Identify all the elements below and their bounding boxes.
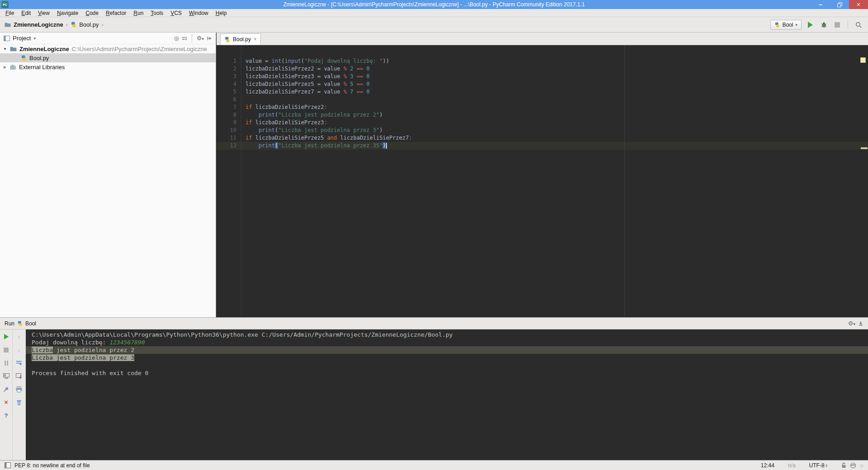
run-console[interactable]: C:\Users\Admin\AppData\Local\Programs\Py… (26, 329, 868, 460)
menu-file[interactable]: File (2, 9, 18, 17)
breadcrumb-project[interactable]: ZmienneLogiczne (14, 21, 63, 28)
rerun-button[interactable] (3, 333, 10, 340)
console-line[interactable]: Liczba jest podzielna przez 3 (26, 354, 868, 362)
menu-code[interactable]: Code (82, 9, 102, 17)
locate-file-button[interactable]: ◎ (174, 35, 179, 42)
toolwindow-toggle-button[interactable] (5, 462, 11, 468)
search-everywhere-button[interactable] (854, 20, 863, 30)
error-stripe-mark[interactable] (861, 147, 868, 149)
console-line[interactable]: Liczba jest podzielna przez 2 (26, 346, 868, 354)
close-panel-button[interactable]: × (3, 399, 10, 406)
code-line-12[interactable]: print("Liczba jest podzielna przez 35") (245, 142, 868, 150)
pin-tab-button[interactable] (3, 385, 10, 393)
python-file-icon (774, 22, 780, 28)
settings-button[interactable]: ⚙▾ (197, 35, 204, 42)
tree-item-project-root[interactable]: ▼ ZmienneLogiczne C:\Users\Admin\Pycharm… (0, 44, 216, 53)
menu-window[interactable]: Window (185, 9, 212, 17)
encoding-widget[interactable]: UTF-8 ▲▼ (809, 462, 828, 469)
help-button[interactable]: ? (3, 412, 10, 419)
play-icon (4, 334, 9, 339)
collapse-arrow-icon[interactable]: ▶ (3, 65, 7, 69)
minimize-panel-button[interactable] (858, 321, 863, 326)
line-number: 1 (217, 57, 241, 65)
breadcrumb-file[interactable]: Bool.py (79, 21, 99, 28)
code-line-9[interactable]: if liczbaDzieliSiePrzez3: (245, 119, 868, 127)
hide-panel-icon (207, 36, 212, 41)
code-line-10[interactable]: print("Liczba jest podzielna przez 3") (245, 127, 868, 134)
hide-panel-button[interactable] (207, 36, 212, 41)
expand-arrow-icon[interactable]: ▼ (3, 47, 7, 51)
debug-button[interactable] (819, 20, 829, 30)
line-number: 4 (217, 80, 241, 88)
code-area[interactable]: value = int(input("Podaj dowolną liczbę:… (245, 57, 868, 150)
menu-vcs[interactable]: VCS (167, 9, 185, 17)
print-button[interactable] (15, 385, 23, 393)
chevron-down-icon[interactable]: ▾ (33, 36, 36, 41)
run-button[interactable] (805, 20, 815, 30)
code-line-1[interactable]: value = int(input("Podaj dowolną liczbę:… (245, 57, 868, 65)
console-line[interactable]: C:\Users\Admin\AppData\Local\Programs\Py… (26, 331, 868, 338)
run-panel-title[interactable]: Run (5, 320, 14, 327)
menu-navigate[interactable]: Navigate (53, 9, 82, 17)
scroll-to-end-button[interactable] (15, 372, 23, 380)
code-line-2[interactable]: liczbaDzieliSiePrzez2 = value % 2 == 0 (245, 65, 868, 73)
caret-position-widget[interactable]: 12:44 (761, 462, 774, 469)
lock-widget[interactable] (841, 462, 846, 468)
code-line-5[interactable]: liczbaDzieliSiePrzez7 = value % 7 == 0 (245, 88, 868, 96)
menu-help[interactable]: Help (212, 9, 231, 17)
collapse-all-button[interactable] (182, 36, 187, 41)
line-number: 9 (217, 119, 241, 127)
line-separator-widget[interactable]: n/a (788, 462, 796, 469)
gutter-separator (241, 45, 241, 317)
inspection-indicator[interactable] (860, 57, 866, 63)
unlocked-padlock-icon (841, 462, 846, 468)
code-line-7[interactable]: if liczbaDzieliSiePrzez2: (245, 103, 868, 111)
restore-layout-button[interactable] (3, 372, 10, 380)
prev-occurrence-button[interactable]: ↑ (15, 333, 23, 340)
highlighting-level-widget[interactable] (850, 462, 856, 469)
printer-icon (16, 386, 22, 392)
tab-close-icon[interactable]: × (254, 36, 257, 42)
bug-icon (821, 22, 827, 28)
minimize-button[interactable]: – (811, 0, 830, 9)
run-process-name[interactable]: Bool (25, 320, 36, 327)
tree-item-bool-py[interactable]: Bool.py (0, 53, 216, 62)
code-line-6[interactable] (245, 96, 868, 103)
run-settings-button[interactable]: ⚙▾ (848, 320, 855, 327)
hector-inspector-icon (850, 462, 856, 469)
soft-wrap-button[interactable] (15, 359, 23, 367)
trash-icon (16, 400, 22, 405)
menu-run[interactable]: Run (130, 9, 147, 17)
menu-tools[interactable]: Tools (147, 9, 167, 17)
tree-item-external-libraries[interactable]: ▶ External Libraries (0, 62, 216, 71)
code-line-11[interactable]: if liczbaDzieliSiePrzez5 and liczbaDziel… (245, 134, 868, 142)
next-occurrence-button[interactable]: ↓ (15, 346, 23, 353)
editor-tab-bar: Bool.py × (217, 33, 868, 45)
stop-button[interactable] (3, 346, 10, 353)
run-configuration-select[interactable]: Bool ▾ (770, 20, 802, 30)
console-line[interactable]: Process finished with exit code 0 (26, 369, 868, 377)
restore-button[interactable] (830, 0, 849, 9)
notification-circle-icon[interactable]: ○ (860, 462, 863, 469)
console-line[interactable]: Podaj dowolną liczbę: 1234567890 (26, 338, 868, 346)
project-panel-title[interactable]: Project (13, 35, 31, 42)
close-button[interactable]: × (849, 0, 868, 9)
pause-output-button[interactable] (3, 359, 10, 367)
menu-view[interactable]: View (34, 9, 53, 17)
menu-refactor[interactable]: Refactor (102, 9, 130, 17)
console-line[interactable] (26, 362, 868, 369)
code-line-8[interactable]: print("Liczba jest podzielna przez 2") (245, 111, 868, 119)
code-editor[interactable]: 123456789101112 value = int(input("Podaj… (217, 45, 868, 317)
clear-all-button[interactable] (15, 399, 23, 406)
run-panel-toolbar: × ? ↑ ↓ (0, 329, 26, 460)
status-message[interactable]: PEP 8: no newline at end of file (14, 462, 90, 469)
toolbar-separator (192, 34, 192, 42)
code-line-4[interactable]: liczbaDzieliSiePrzez5 = value % 5 == 0 (245, 80, 868, 88)
stop-button[interactable] (832, 20, 842, 30)
code-line-3[interactable]: liczbaDzieliSiePrzez3 = value % 3 == 0 (245, 73, 868, 80)
editor-tab-bool-py[interactable]: Bool.py × (220, 33, 261, 45)
project-root-path: C:\Users\Admin\PycharmProjects\ZmienneLo… (72, 46, 207, 52)
line-number: 7 (217, 103, 241, 111)
project-tool-window: Project ▾ ◎ ⚙▾ ▼ (0, 33, 216, 317)
menu-edit[interactable]: Edit (18, 9, 34, 17)
